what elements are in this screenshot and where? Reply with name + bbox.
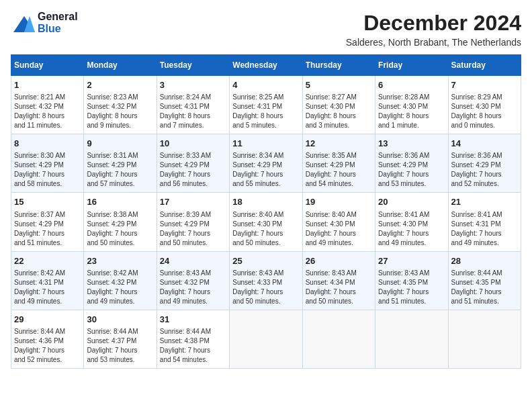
title-area: December 2024 Salderes, North Brabant, T… [346,11,521,48]
logo-icon [11,13,35,32]
day-number: 30 [87,314,153,326]
day-number: 22 [14,255,81,267]
calendar-cell: 23Sunrise: 8:42 AM Sunset: 4:32 PM Dayli… [84,251,157,310]
calendar-cell: 22Sunrise: 8:42 AM Sunset: 4:31 PM Dayli… [11,251,84,310]
calendar-table: SundayMondayTuesdayWednesdayThursdayFrid… [11,54,521,369]
calendar-header-saturday: Saturday [448,55,521,76]
calendar-cell: 4Sunrise: 8:25 AM Sunset: 4:31 PM Daylig… [230,76,302,134]
day-info: Sunrise: 8:44 AM Sunset: 4:37 PM Dayligh… [87,327,153,365]
day-info: Sunrise: 8:43 AM Sunset: 4:34 PM Dayligh… [306,269,372,306]
calendar-cell: 27Sunrise: 8:43 AM Sunset: 4:35 PM Dayli… [375,251,448,310]
day-number: 16 [87,196,153,208]
calendar-cell: 8Sunrise: 8:30 AM Sunset: 4:29 PM Daylig… [11,134,84,193]
calendar-header-tuesday: Tuesday [157,55,229,76]
day-number: 20 [378,196,445,208]
day-info: Sunrise: 8:43 AM Sunset: 4:33 PM Dayligh… [232,269,299,306]
day-number: 19 [306,196,372,208]
day-number: 29 [14,314,81,326]
calendar-header-row: SundayMondayTuesdayWednesdayThursdayFrid… [11,55,521,76]
day-info: Sunrise: 8:31 AM Sunset: 4:29 PM Dayligh… [87,151,153,189]
day-info: Sunrise: 8:41 AM Sunset: 4:31 PM Dayligh… [451,210,518,248]
day-number: 14 [451,138,518,150]
calendar-cell: 6Sunrise: 8:28 AM Sunset: 4:30 PM Daylig… [375,76,448,134]
day-info: Sunrise: 8:36 AM Sunset: 4:29 PM Dayligh… [378,151,445,189]
day-info: Sunrise: 8:27 AM Sunset: 4:30 PM Dayligh… [306,93,372,130]
day-number: 26 [306,255,372,267]
calendar-cell [230,310,302,368]
day-number: 23 [87,255,153,267]
day-number: 15 [14,196,81,208]
day-info: Sunrise: 8:35 AM Sunset: 4:29 PM Dayligh… [306,151,372,189]
day-info: Sunrise: 8:29 AM Sunset: 4:30 PM Dayligh… [451,93,518,130]
logo-general: General [38,11,78,22]
day-number: 28 [451,255,518,267]
day-info: Sunrise: 8:30 AM Sunset: 4:29 PM Dayligh… [14,151,81,189]
day-number: 9 [87,138,153,150]
day-info: Sunrise: 8:40 AM Sunset: 4:30 PM Dayligh… [306,210,372,248]
day-number: 17 [160,196,226,208]
calendar-cell: 18Sunrise: 8:40 AM Sunset: 4:30 PM Dayli… [230,193,302,251]
day-number: 31 [160,314,226,326]
day-number: 10 [160,138,226,150]
day-info: Sunrise: 8:40 AM Sunset: 4:30 PM Dayligh… [232,210,299,248]
day-number: 25 [232,255,299,267]
day-info: Sunrise: 8:44 AM Sunset: 4:35 PM Dayligh… [451,269,518,306]
day-info: Sunrise: 8:33 AM Sunset: 4:29 PM Dayligh… [160,151,226,189]
day-info: Sunrise: 8:24 AM Sunset: 4:31 PM Dayligh… [160,93,226,130]
calendar-week-row: 8Sunrise: 8:30 AM Sunset: 4:29 PM Daylig… [11,134,521,193]
calendar-cell: 30Sunrise: 8:44 AM Sunset: 4:37 PM Dayli… [84,310,157,368]
logo-area: General Blue [11,11,78,34]
calendar-cell: 1Sunrise: 8:21 AM Sunset: 4:32 PM Daylig… [11,76,84,134]
day-number: 21 [451,196,518,208]
day-number: 6 [378,79,445,91]
calendar-header-thursday: Thursday [302,55,375,76]
calendar-cell: 26Sunrise: 8:43 AM Sunset: 4:34 PM Dayli… [302,251,375,310]
day-info: Sunrise: 8:28 AM Sunset: 4:30 PM Dayligh… [378,93,445,130]
calendar-header-sunday: Sunday [11,55,84,76]
calendar-cell: 24Sunrise: 8:43 AM Sunset: 4:32 PM Dayli… [157,251,229,310]
calendar-cell: 16Sunrise: 8:38 AM Sunset: 4:29 PM Dayli… [84,193,157,251]
calendar-cell: 5Sunrise: 8:27 AM Sunset: 4:30 PM Daylig… [302,76,375,134]
calendar-cell: 31Sunrise: 8:44 AM Sunset: 4:38 PM Dayli… [157,310,229,368]
calendar-body: 1Sunrise: 8:21 AM Sunset: 4:32 PM Daylig… [11,76,521,369]
day-number: 8 [14,138,81,150]
calendar-cell: 21Sunrise: 8:41 AM Sunset: 4:31 PM Dayli… [448,193,521,251]
calendar-header-monday: Monday [84,55,157,76]
day-number: 12 [306,138,372,150]
day-info: Sunrise: 8:25 AM Sunset: 4:31 PM Dayligh… [232,93,299,130]
calendar-cell [302,310,375,368]
calendar-cell: 14Sunrise: 8:36 AM Sunset: 4:29 PM Dayli… [448,134,521,193]
day-number: 3 [160,79,226,91]
calendar-cell: 10Sunrise: 8:33 AM Sunset: 4:29 PM Dayli… [157,134,229,193]
calendar-week-row: 29Sunrise: 8:44 AM Sunset: 4:36 PM Dayli… [11,310,521,368]
calendar-cell: 19Sunrise: 8:40 AM Sunset: 4:30 PM Dayli… [302,193,375,251]
calendar-cell: 12Sunrise: 8:35 AM Sunset: 4:29 PM Dayli… [302,134,375,193]
calendar-cell [375,310,448,368]
day-info: Sunrise: 8:42 AM Sunset: 4:32 PM Dayligh… [87,269,153,306]
calendar-week-row: 15Sunrise: 8:37 AM Sunset: 4:29 PM Dayli… [11,193,521,251]
day-info: Sunrise: 8:21 AM Sunset: 4:32 PM Dayligh… [14,93,81,130]
day-info: Sunrise: 8:43 AM Sunset: 4:35 PM Dayligh… [378,269,445,306]
calendar-cell: 13Sunrise: 8:36 AM Sunset: 4:29 PM Dayli… [375,134,448,193]
page-subtitle: Salderes, North Brabant, The Netherlands [346,37,521,48]
day-info: Sunrise: 8:42 AM Sunset: 4:31 PM Dayligh… [14,269,81,306]
day-number: 7 [451,79,518,91]
day-number: 2 [87,79,153,91]
calendar-cell: 11Sunrise: 8:34 AM Sunset: 4:29 PM Dayli… [230,134,302,193]
day-info: Sunrise: 8:37 AM Sunset: 4:29 PM Dayligh… [14,210,81,248]
calendar-cell: 3Sunrise: 8:24 AM Sunset: 4:31 PM Daylig… [157,76,229,134]
day-number: 24 [160,255,226,267]
calendar-cell: 28Sunrise: 8:44 AM Sunset: 4:35 PM Dayli… [448,251,521,310]
calendar-header-wednesday: Wednesday [230,55,302,76]
day-number: 13 [378,138,445,150]
calendar-cell: 20Sunrise: 8:41 AM Sunset: 4:30 PM Dayli… [375,193,448,251]
calendar-cell: 17Sunrise: 8:39 AM Sunset: 4:29 PM Dayli… [157,193,229,251]
calendar-week-row: 22Sunrise: 8:42 AM Sunset: 4:31 PM Dayli… [11,251,521,310]
day-number: 1 [14,79,81,91]
calendar-cell: 7Sunrise: 8:29 AM Sunset: 4:30 PM Daylig… [448,76,521,134]
day-info: Sunrise: 8:44 AM Sunset: 4:36 PM Dayligh… [14,327,81,365]
calendar-week-row: 1Sunrise: 8:21 AM Sunset: 4:32 PM Daylig… [11,76,521,134]
calendar-cell: 2Sunrise: 8:23 AM Sunset: 4:32 PM Daylig… [84,76,157,134]
day-info: Sunrise: 8:39 AM Sunset: 4:29 PM Dayligh… [160,210,226,248]
day-number: 4 [232,79,299,91]
